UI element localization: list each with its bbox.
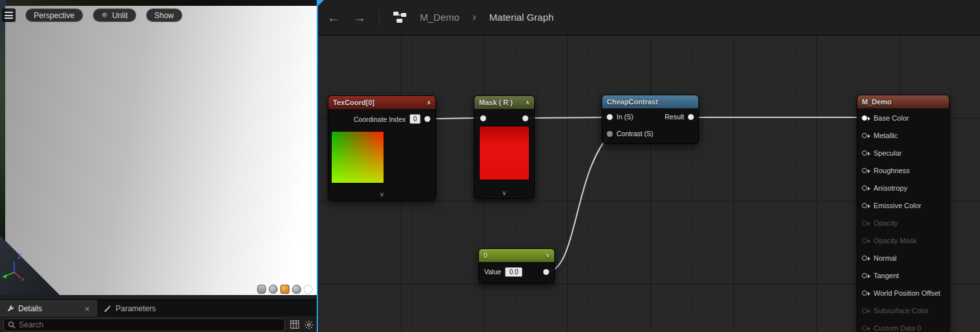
normal-pin[interactable] (862, 255, 867, 261)
wrench-icon (6, 305, 14, 313)
pin-label: Specular (874, 149, 901, 157)
constant-value-label: Value (484, 268, 501, 276)
search-icon (8, 321, 16, 329)
contrast-row-in: In (S) Result (602, 108, 698, 125)
pin-row-roughness: Roughness (857, 161, 949, 179)
graph-canvas[interactable]: TexCoord[0] ∧ Coordinate Index ∨ Mask ( … (318, 35, 980, 332)
material-graph-panel[interactable]: ← → M_Demo › Material Graph TexCoord[0] (317, 0, 980, 332)
world-position-offset-pin[interactable] (862, 290, 867, 296)
perspective-label: Perspective (34, 11, 75, 20)
parameters-icon (104, 305, 112, 313)
base-color-pin[interactable] (862, 115, 867, 121)
pin-label: Opacity (874, 219, 898, 227)
back-arrow-icon[interactable]: ← (327, 11, 340, 24)
breadcrumb-chevron-icon: › (472, 10, 476, 24)
coordinate-index-input[interactable] (410, 114, 421, 124)
pin-label: Base Color (874, 114, 909, 122)
perspective-button[interactable]: Perspective (25, 8, 83, 22)
constant-output-pin[interactable] (543, 269, 549, 275)
teapot-shape-icon[interactable] (292, 285, 301, 294)
dropdown-chevron-icon[interactable]: ∨ (545, 252, 550, 259)
settings-gear-icon[interactable] (304, 320, 313, 329)
constant-node-header[interactable]: 0 ∨ (479, 249, 554, 262)
emissive-color-pin[interactable] (862, 203, 867, 208)
close-details-tab-icon[interactable]: × (83, 305, 91, 313)
parameters-tab-label: Parameters (116, 304, 156, 313)
collapse-up-icon[interactable]: ∧ (525, 99, 530, 106)
material-pin-list: Base Color Metallic Specular Roughness A… (857, 108, 949, 332)
mask-input-pin[interactable] (480, 115, 486, 121)
collapse-down-icon[interactable]: ∨ (328, 191, 435, 198)
coordinate-index-label: Coordinate Index (354, 115, 406, 123)
pin-label: Anisotropy (874, 184, 907, 192)
preview-shape-switcher (257, 285, 313, 294)
pin-row-normal: Normal (857, 249, 949, 267)
viewport-bottom-strip (0, 295, 317, 300)
contrast-in-label: In (S) (617, 113, 633, 121)
custom-mesh-shape-icon[interactable] (304, 285, 313, 294)
mask-node-header[interactable]: Mask ( R ) ∧ (474, 96, 534, 109)
pin-row-specular: Specular (857, 144, 949, 161)
lit-mode-icon (101, 12, 108, 19)
specular-pin[interactable] (862, 150, 867, 156)
wire-mask-to-contrast-in[interactable] (524, 117, 610, 118)
node-cheapcontrast[interactable]: CheapContrast In (S) Result Contrast (S) (602, 95, 699, 144)
node-constant[interactable]: 0 ∨ Value (478, 248, 555, 283)
node-material-result[interactable]: M_Demo Base Color Metallic Specular Rou (857, 95, 949, 332)
breadcrumb-current-graph[interactable]: Material Graph (489, 12, 554, 23)
viewport-menu-icon[interactable] (2, 8, 16, 22)
material-preview-mesh (5, 6, 317, 295)
pin-row-custom-data-0: Custom Data 0 (857, 319, 949, 332)
tab-parameters[interactable]: Parameters (97, 300, 162, 316)
cube-shape-icon-selected[interactable] (280, 285, 289, 294)
material-node-header[interactable]: M_Demo (857, 95, 949, 108)
unlit-button[interactable]: Unlit (93, 8, 136, 22)
pin-label: World Position Offset (874, 289, 940, 297)
roughness-pin[interactable] (862, 168, 867, 173)
unlit-label: Unlit (112, 11, 128, 20)
pin-row-subsurface-color: Subsurface Color (857, 302, 949, 319)
axis-gizmo: Z x (1, 252, 29, 284)
collapse-up-icon[interactable]: ∧ (426, 99, 431, 106)
pin-row-anisotropy: Anisotropy (857, 179, 949, 196)
wire-constant-to-contrast[interactable] (546, 134, 610, 272)
texcoord-output-pin[interactable] (424, 116, 430, 122)
preview-viewport[interactable]: Perspective Unlit Show Z x (0, 0, 317, 300)
constant-value-input[interactable] (505, 267, 522, 277)
contrast-in-pin[interactable] (607, 114, 613, 120)
details-tab-label: Details (18, 304, 42, 313)
contrast-result-pin[interactable] (688, 114, 694, 120)
tab-details[interactable]: Details × (0, 300, 97, 316)
texcoord-uv-preview (331, 131, 384, 184)
search-box[interactable] (3, 318, 285, 331)
show-label: Show (154, 11, 174, 20)
breadcrumb-material-name[interactable]: M_Demo (420, 12, 459, 23)
texcoord-node-title: TexCoord[0] (333, 99, 374, 106)
mask-node-title: Mask ( R ) (479, 99, 513, 106)
show-button[interactable]: Show (146, 8, 182, 22)
constant-value-row: Value (479, 262, 554, 281)
column-view-icon[interactable] (290, 320, 299, 329)
cylinder-shape-icon[interactable] (257, 285, 266, 294)
collapse-down-icon[interactable]: ∨ (474, 189, 534, 197)
texcoord-node-header[interactable]: TexCoord[0] ∧ (328, 96, 435, 109)
pin-label: Custom Data 0 (874, 324, 921, 332)
subsurface-color-pin (862, 308, 867, 313)
pin-label: Roughness (874, 167, 910, 174)
cheapcontrast-node-header[interactable]: CheapContrast (602, 95, 698, 108)
details-panel: Details × Parameters (0, 300, 317, 332)
sphere-shape-icon[interactable] (269, 285, 278, 294)
search-input[interactable] (19, 320, 280, 329)
forward-arrow-icon[interactable]: → (353, 11, 366, 24)
anisotropy-pin[interactable] (862, 185, 867, 191)
pin-row-emissive-color: Emissive Color (857, 196, 949, 214)
gizmo-z-label: Z (18, 253, 21, 260)
tangent-pin[interactable] (862, 273, 867, 278)
contrast-contrast-pin[interactable] (607, 131, 613, 137)
node-texcoord[interactable]: TexCoord[0] ∧ Coordinate Index ∨ (328, 95, 436, 200)
metallic-pin[interactable] (862, 133, 867, 138)
pin-row-opacity: Opacity (857, 214, 949, 231)
pin-label: Tangent (874, 272, 899, 279)
node-mask[interactable]: Mask ( R ) ∧ ∨ (474, 95, 535, 199)
mask-output-pin[interactable] (522, 115, 528, 121)
